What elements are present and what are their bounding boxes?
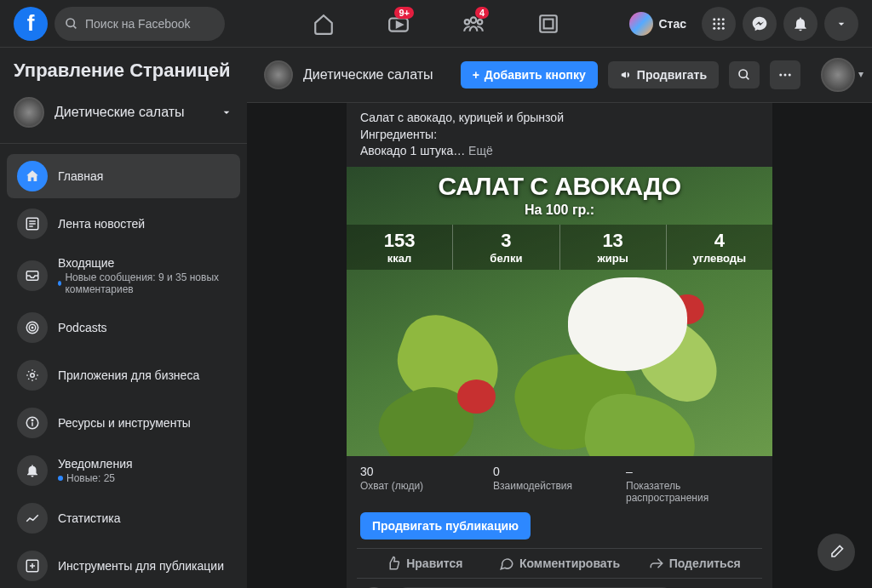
svg-rect-7 [540, 15, 557, 32]
messenger-button[interactable] [743, 7, 777, 41]
caret-down-icon [220, 106, 233, 119]
edit-icon [828, 544, 845, 561]
post-actions: Нравится Комментировать Поделиться [357, 548, 762, 579]
sidebar-item-notifications[interactable]: Уведомления Новые: 25 [7, 448, 240, 493]
nav-watch[interactable]: 9+ [364, 3, 433, 44]
megaphone-icon [620, 69, 632, 81]
sidebar-item-label: Инструменты для публикации [58, 559, 230, 573]
sidebar-item-sub: Новые сообщения: 9 и 35 новых комментари… [65, 271, 230, 295]
search-icon [65, 17, 78, 31]
sidebar-page-selector[interactable]: Диетические салаты [0, 90, 247, 134]
nutri-value: 4 [667, 230, 772, 252]
nutri-value: 3 [453, 230, 559, 252]
bell-icon [25, 463, 40, 478]
more-button[interactable] [770, 60, 800, 89]
sidebar-item-label: Входящие [58, 256, 230, 270]
promote-post-button[interactable]: Продвигать публикацию [360, 512, 531, 539]
promote-label: Продвигать [637, 68, 707, 82]
sidebar-item-label: Приложения для бизнеса [58, 368, 230, 382]
sidebar-item-label: Лента новостей [58, 217, 230, 231]
page-avatar [14, 97, 44, 128]
account-dropdown[interactable] [824, 7, 858, 41]
like-label: Нравится [406, 557, 462, 570]
page-header-avatar[interactable] [264, 60, 293, 89]
menu-button[interactable] [702, 7, 736, 41]
post-card: Салат с авокадо, курицей и брынзой Ингре… [347, 103, 772, 588]
sidebar-item-insights[interactable]: Статистика [7, 496, 240, 540]
like-icon [386, 556, 401, 571]
svg-point-4 [471, 17, 477, 23]
post-stats: 30Охват (люди) 0Взаимодействия –Показате… [347, 456, 772, 512]
add-button-label: Добавить кнопку [485, 68, 586, 82]
comment-label: Комментировать [519, 557, 620, 570]
sidebar-item-newsfeed[interactable]: Лента новостей [7, 202, 240, 246]
svg-rect-8 [544, 19, 554, 28]
unread-dot [58, 281, 61, 286]
nav-groups[interactable]: 4 [439, 3, 508, 44]
svg-point-37 [789, 74, 791, 77]
apps-icon [25, 368, 40, 383]
image-subtitle: На 100 гр.: [347, 203, 772, 218]
sidebar: Управление Страницей Диетические салаты … [0, 48, 247, 588]
nav-gaming[interactable] [514, 3, 582, 44]
search-button[interactable] [729, 61, 760, 88]
sidebar-item-podcasts[interactable]: Podcasts [7, 305, 240, 350]
notifications-button[interactable] [783, 7, 818, 41]
nutri-label: жиры [560, 252, 666, 265]
comment-icon [499, 556, 514, 571]
like-button[interactable]: Нравится [357, 549, 492, 578]
see-more-link[interactable]: Ещё [468, 144, 493, 157]
user-avatar [629, 12, 653, 36]
facebook-logo[interactable]: f [14, 7, 48, 41]
svg-point-0 [66, 19, 74, 26]
sidebar-item-publishing-tools[interactable]: Инструменты для публикации [7, 544, 240, 588]
info-icon [25, 415, 40, 431]
add-button-button[interactable]: + Добавить кнопку [461, 61, 598, 88]
stat-reach: 30Охват (люди) [360, 465, 493, 504]
svg-point-26 [31, 374, 35, 378]
sidebar-item-resources[interactable]: Ресурсы и инструменты [7, 401, 240, 445]
unread-dot [58, 476, 63, 481]
svg-point-13 [718, 22, 720, 25]
sidebar-item-label: Статистика [58, 511, 230, 525]
nutrition-row: 153ккал 3белки 13жиры 4углеводы [347, 225, 772, 270]
share-label: Поделиться [669, 557, 741, 570]
search-input[interactable]: Поиск на Facebook [54, 7, 225, 41]
svg-point-16 [718, 26, 720, 29]
svg-point-25 [32, 327, 33, 328]
comment-button[interactable]: Комментировать [492, 549, 628, 578]
home-icon [313, 13, 335, 35]
svg-point-29 [32, 420, 33, 421]
user-name: Стас [658, 17, 686, 31]
gaming-icon [537, 13, 559, 35]
home-icon [25, 168, 40, 184]
nav-home[interactable] [290, 3, 358, 44]
user-profile-chip[interactable]: Стас [626, 9, 695, 39]
post-line: Авокадо 1 штука… [360, 144, 465, 157]
nutri-label: углеводы [667, 252, 772, 265]
svg-point-10 [718, 18, 720, 20]
nutri-value: 13 [560, 230, 666, 252]
svg-point-36 [784, 74, 787, 77]
inbox-icon [25, 268, 40, 283]
nutri-value: 153 [347, 230, 452, 252]
sidebar-title: Управление Страницей [0, 48, 247, 90]
share-button[interactable]: Поделиться [627, 549, 762, 578]
svg-point-33 [739, 70, 747, 77]
sidebar-item-business-apps[interactable]: Приложения для бизнеса [7, 353, 240, 397]
post-text: Салат с авокадо, курицей и брынзой Ингре… [347, 103, 772, 167]
search-placeholder: Поиск на Facebook [85, 17, 191, 31]
sidebar-item-label: Ресурсы и инструменты [58, 416, 230, 430]
top-nav: f Поиск на Facebook 9+ 4 Стас [0, 0, 872, 48]
post-image[interactable]: САЛАТ С АВОКАДО На 100 гр.: 153ккал 3бел… [347, 167, 772, 456]
svg-marker-3 [397, 21, 402, 27]
sidebar-item-inbox[interactable]: Входящие Новые сообщения: 9 и 35 новых к… [7, 249, 240, 302]
compose-fab[interactable] [818, 534, 855, 571]
view-as-dropdown[interactable] [821, 58, 855, 92]
promote-button[interactable]: Продвигать [608, 61, 719, 88]
svg-point-11 [722, 18, 725, 20]
caret-down-icon [835, 17, 848, 31]
nutri-label: ккал [347, 252, 452, 265]
sidebar-item-home[interactable]: Главная [7, 154, 240, 198]
svg-line-1 [73, 26, 76, 28]
